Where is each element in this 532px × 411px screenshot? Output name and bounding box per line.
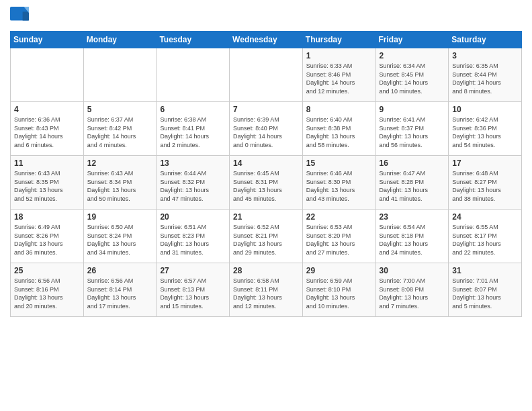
calendar-cell: 5Sunrise: 6:37 AM Sunset: 8:42 PM Daylig…	[83, 102, 157, 156]
calendar-cell: 21Sunrise: 6:52 AM Sunset: 8:21 PM Dayli…	[230, 210, 303, 263]
day-number: 30	[380, 266, 445, 275]
day-number: 1	[306, 51, 372, 60]
day-number: 9	[380, 105, 445, 114]
calendar-cell: 8Sunrise: 6:40 AM Sunset: 8:38 PM Daylig…	[302, 102, 375, 156]
calendar-cell: 25Sunrise: 6:56 AM Sunset: 8:16 PM Dayli…	[11, 263, 84, 317]
calendar-cell: 6Sunrise: 6:38 AM Sunset: 8:41 PM Daylig…	[157, 102, 230, 156]
calendar-cell	[230, 48, 303, 102]
day-info: Sunrise: 7:01 AM Sunset: 8:07 PM Dayligh…	[452, 277, 518, 310]
calendar-cell: 17Sunrise: 6:48 AM Sunset: 8:27 PM Dayli…	[449, 156, 522, 210]
calendar-cell: 26Sunrise: 6:56 AM Sunset: 8:14 PM Dayli…	[83, 263, 157, 317]
calendar-header-saturday: Saturday	[449, 32, 522, 48]
day-info: Sunrise: 6:59 AM Sunset: 8:10 PM Dayligh…	[306, 277, 372, 310]
day-number: 29	[306, 266, 372, 275]
day-info: Sunrise: 6:57 AM Sunset: 8:13 PM Dayligh…	[160, 277, 226, 310]
calendar-cell: 15Sunrise: 6:46 AM Sunset: 8:30 PM Dayli…	[302, 156, 375, 210]
day-info: Sunrise: 6:39 AM Sunset: 8:40 PM Dayligh…	[233, 116, 299, 149]
day-info: Sunrise: 6:43 AM Sunset: 8:35 PM Dayligh…	[14, 169, 80, 203]
day-number: 7	[233, 105, 299, 114]
logo	[10, 7, 32, 26]
calendar-cell: 13Sunrise: 6:44 AM Sunset: 8:32 PM Dayli…	[157, 156, 230, 210]
calendar-cell: 30Sunrise: 7:00 AM Sunset: 8:08 PM Dayli…	[375, 263, 449, 317]
calendar-cell: 31Sunrise: 7:01 AM Sunset: 8:07 PM Dayli…	[449, 263, 522, 317]
day-info: Sunrise: 6:52 AM Sunset: 8:21 PM Dayligh…	[233, 223, 299, 257]
day-number: 3	[452, 51, 518, 60]
calendar-cell: 9Sunrise: 6:41 AM Sunset: 8:37 PM Daylig…	[375, 102, 449, 156]
day-number: 27	[160, 266, 226, 275]
day-number: 14	[233, 158, 299, 168]
header	[10, 7, 522, 26]
calendar-cell: 10Sunrise: 6:42 AM Sunset: 8:36 PM Dayli…	[449, 102, 522, 156]
day-info: Sunrise: 6:45 AM Sunset: 8:31 PM Dayligh…	[233, 169, 299, 203]
calendar-header-row: SundayMondayTuesdayWednesdayThursdayFrid…	[11, 32, 522, 48]
day-info: Sunrise: 6:37 AM Sunset: 8:42 PM Dayligh…	[87, 116, 153, 149]
day-number: 31	[452, 266, 518, 275]
day-info: Sunrise: 6:41 AM Sunset: 8:37 PM Dayligh…	[380, 116, 445, 149]
svg-marker-1	[23, 11, 29, 20]
logo-icon	[10, 7, 29, 26]
calendar-header-sunday: Sunday	[11, 32, 84, 48]
calendar-week-row: 25Sunrise: 6:56 AM Sunset: 8:16 PM Dayli…	[11, 263, 522, 317]
calendar-cell: 11Sunrise: 6:43 AM Sunset: 8:35 PM Dayli…	[11, 156, 84, 210]
calendar-week-row: 18Sunrise: 6:49 AM Sunset: 8:26 PM Dayli…	[11, 210, 522, 263]
day-info: Sunrise: 6:35 AM Sunset: 8:44 PM Dayligh…	[452, 62, 518, 95]
calendar-header-tuesday: Tuesday	[157, 32, 230, 48]
day-number: 26	[87, 266, 153, 275]
day-info: Sunrise: 6:48 AM Sunset: 8:27 PM Dayligh…	[452, 169, 518, 203]
calendar-header-wednesday: Wednesday	[230, 32, 303, 48]
day-number: 15	[306, 158, 372, 168]
day-info: Sunrise: 6:38 AM Sunset: 8:41 PM Dayligh…	[160, 116, 226, 149]
day-number: 4	[14, 105, 80, 114]
day-number: 12	[87, 158, 153, 168]
calendar-week-row: 11Sunrise: 6:43 AM Sunset: 8:35 PM Dayli…	[11, 156, 522, 210]
calendar-cell: 20Sunrise: 6:51 AM Sunset: 8:23 PM Dayli…	[157, 210, 230, 263]
day-number: 20	[160, 212, 226, 222]
calendar-cell: 7Sunrise: 6:39 AM Sunset: 8:40 PM Daylig…	[230, 102, 303, 156]
calendar-cell: 22Sunrise: 6:53 AM Sunset: 8:20 PM Dayli…	[302, 210, 375, 263]
day-number: 16	[380, 158, 445, 168]
day-info: Sunrise: 6:47 AM Sunset: 8:28 PM Dayligh…	[380, 169, 445, 203]
day-number: 23	[380, 212, 445, 222]
calendar-cell	[157, 48, 230, 102]
calendar-cell: 23Sunrise: 6:54 AM Sunset: 8:18 PM Dayli…	[375, 210, 449, 263]
day-number: 10	[452, 105, 518, 114]
calendar-cell: 24Sunrise: 6:55 AM Sunset: 8:17 PM Dayli…	[449, 210, 522, 263]
calendar-week-row: 4Sunrise: 6:36 AM Sunset: 8:43 PM Daylig…	[11, 102, 522, 156]
day-number: 28	[233, 266, 299, 275]
calendar-cell: 16Sunrise: 6:47 AM Sunset: 8:28 PM Dayli…	[375, 156, 449, 210]
day-number: 11	[14, 158, 80, 168]
day-info: Sunrise: 6:51 AM Sunset: 8:23 PM Dayligh…	[160, 223, 226, 257]
calendar-cell: 27Sunrise: 6:57 AM Sunset: 8:13 PM Dayli…	[157, 263, 230, 317]
calendar-cell	[11, 48, 84, 102]
day-info: Sunrise: 6:43 AM Sunset: 8:34 PM Dayligh…	[87, 169, 153, 203]
calendar-cell: 3Sunrise: 6:35 AM Sunset: 8:44 PM Daylig…	[449, 48, 522, 102]
calendar-table: SundayMondayTuesdayWednesdayThursdayFrid…	[10, 31, 522, 317]
day-number: 6	[160, 105, 226, 114]
calendar-cell: 28Sunrise: 6:58 AM Sunset: 8:11 PM Dayli…	[230, 263, 303, 317]
day-info: Sunrise: 6:54 AM Sunset: 8:18 PM Dayligh…	[380, 223, 445, 257]
calendar-cell: 29Sunrise: 6:59 AM Sunset: 8:10 PM Dayli…	[302, 263, 375, 317]
day-info: Sunrise: 7:00 AM Sunset: 8:08 PM Dayligh…	[380, 277, 445, 310]
calendar-header-monday: Monday	[83, 32, 157, 48]
calendar-cell: 4Sunrise: 6:36 AM Sunset: 8:43 PM Daylig…	[11, 102, 84, 156]
calendar-cell: 12Sunrise: 6:43 AM Sunset: 8:34 PM Dayli…	[83, 156, 157, 210]
day-number: 25	[14, 266, 80, 275]
day-number: 22	[306, 212, 372, 222]
day-number: 17	[452, 158, 518, 168]
day-info: Sunrise: 6:34 AM Sunset: 8:45 PM Dayligh…	[380, 62, 445, 95]
day-info: Sunrise: 6:42 AM Sunset: 8:36 PM Dayligh…	[452, 116, 518, 149]
calendar-cell: 1Sunrise: 6:33 AM Sunset: 8:46 PM Daylig…	[302, 48, 375, 102]
day-number: 24	[452, 212, 518, 222]
day-number: 19	[87, 212, 153, 222]
day-info: Sunrise: 6:44 AM Sunset: 8:32 PM Dayligh…	[160, 169, 226, 203]
calendar-cell: 14Sunrise: 6:45 AM Sunset: 8:31 PM Dayli…	[230, 156, 303, 210]
day-info: Sunrise: 6:50 AM Sunset: 8:24 PM Dayligh…	[87, 223, 153, 257]
calendar-cell: 19Sunrise: 6:50 AM Sunset: 8:24 PM Dayli…	[83, 210, 157, 263]
day-info: Sunrise: 6:56 AM Sunset: 8:14 PM Dayligh…	[87, 277, 153, 310]
day-info: Sunrise: 6:56 AM Sunset: 8:16 PM Dayligh…	[14, 277, 80, 310]
day-number: 18	[14, 212, 80, 222]
day-number: 2	[380, 51, 445, 60]
calendar-header-friday: Friday	[375, 32, 449, 48]
day-info: Sunrise: 6:36 AM Sunset: 8:43 PM Dayligh…	[14, 116, 80, 149]
day-info: Sunrise: 6:58 AM Sunset: 8:11 PM Dayligh…	[233, 277, 299, 310]
